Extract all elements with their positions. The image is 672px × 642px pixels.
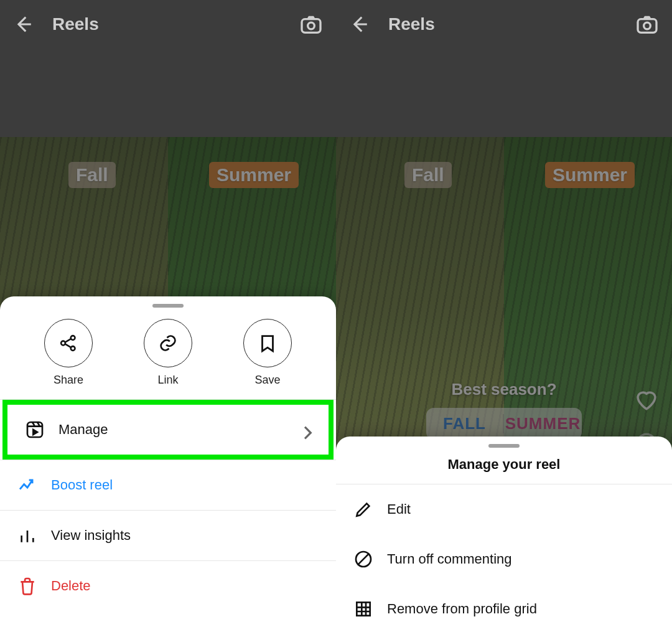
remove-grid-label: Remove from profile grid bbox=[387, 601, 537, 617]
link-button[interactable]: Link bbox=[144, 319, 192, 387]
share-label: Share bbox=[54, 374, 83, 387]
link-label: Link bbox=[157, 374, 178, 387]
turn-off-commenting-row[interactable]: Turn off commenting bbox=[336, 534, 672, 584]
heart-icon[interactable] bbox=[633, 386, 660, 412]
delete-label: Delete bbox=[51, 578, 91, 594]
turn-off-label: Turn off commenting bbox=[387, 551, 512, 567]
header-title: Reels bbox=[52, 14, 299, 34]
svg-rect-10 bbox=[357, 602, 370, 615]
disable-icon bbox=[353, 549, 373, 569]
edit-row[interactable]: Edit bbox=[336, 484, 672, 534]
reel-tag-fall: Fall bbox=[404, 162, 452, 188]
reel-tag-summer: Summer bbox=[545, 162, 635, 188]
app-header: Reels bbox=[336, 0, 672, 49]
svg-rect-7 bbox=[638, 19, 656, 33]
header-title: Reels bbox=[388, 14, 635, 34]
pencil-icon bbox=[353, 499, 373, 519]
link-icon bbox=[144, 319, 192, 367]
delete-row[interactable]: Delete bbox=[0, 561, 336, 611]
phone-right: Fall Summer Best season? FALL SUMMER Ree… bbox=[336, 0, 672, 642]
share-button[interactable]: Share bbox=[44, 319, 93, 387]
camera-icon[interactable] bbox=[299, 12, 324, 37]
camera-icon[interactable] bbox=[635, 12, 660, 37]
back-icon[interactable] bbox=[12, 14, 34, 35]
sheet-title: Manage your reel bbox=[336, 453, 672, 484]
grid-icon bbox=[353, 599, 373, 619]
insights-icon bbox=[17, 526, 37, 545]
boost-reel-row[interactable]: Boost reel bbox=[0, 460, 336, 510]
svg-point-8 bbox=[644, 22, 651, 29]
insights-label: View insights bbox=[51, 527, 131, 544]
poll-sticker[interactable]: Best season? FALL SUMMER bbox=[426, 380, 582, 440]
manage-row[interactable]: Manage bbox=[7, 405, 329, 455]
share-icon bbox=[44, 319, 93, 367]
manage-sheet: Manage your reel Edit Turn off commentin… bbox=[336, 437, 672, 642]
svg-point-3 bbox=[71, 336, 75, 340]
edit-label: Edit bbox=[387, 501, 411, 517]
quick-actions-row: Share Link Save bbox=[0, 313, 336, 399]
sheet-grabber[interactable] bbox=[152, 304, 184, 308]
manage-label: Manage bbox=[58, 422, 108, 438]
reel-icon bbox=[25, 420, 45, 440]
poll-option-summer[interactable]: SUMMER bbox=[504, 414, 582, 433]
app-header: Reels bbox=[0, 0, 336, 49]
poll-question: Best season? bbox=[426, 380, 582, 399]
reel-tag-fall: Fall bbox=[68, 162, 116, 188]
save-button[interactable]: Save bbox=[243, 319, 292, 387]
poll-option-fall[interactable]: FALL bbox=[426, 414, 504, 433]
boost-label: Boost reel bbox=[51, 477, 113, 493]
sheet-grabber[interactable] bbox=[488, 444, 520, 448]
svg-point-1 bbox=[308, 22, 315, 29]
save-label: Save bbox=[254, 374, 280, 387]
boost-icon bbox=[17, 475, 37, 495]
svg-rect-5 bbox=[27, 422, 42, 437]
remove-from-grid-row[interactable]: Remove from profile grid bbox=[336, 584, 672, 634]
options-sheet: Share Link Save Manage bbox=[0, 296, 336, 642]
poll-options: FALL SUMMER bbox=[426, 408, 582, 440]
back-icon[interactable] bbox=[348, 14, 370, 35]
reel-tag-summer: Summer bbox=[209, 162, 299, 188]
chevron-right-icon bbox=[297, 423, 311, 437]
view-insights-row[interactable]: View insights bbox=[0, 511, 336, 560]
phone-left: Fall Summer Reels Share Link bbox=[0, 0, 336, 642]
bookmark-icon bbox=[243, 319, 292, 367]
svg-point-2 bbox=[61, 341, 65, 346]
svg-rect-0 bbox=[302, 19, 320, 33]
highlight-box: Manage bbox=[2, 400, 334, 460]
svg-point-4 bbox=[71, 346, 75, 351]
trash-icon bbox=[17, 576, 37, 596]
